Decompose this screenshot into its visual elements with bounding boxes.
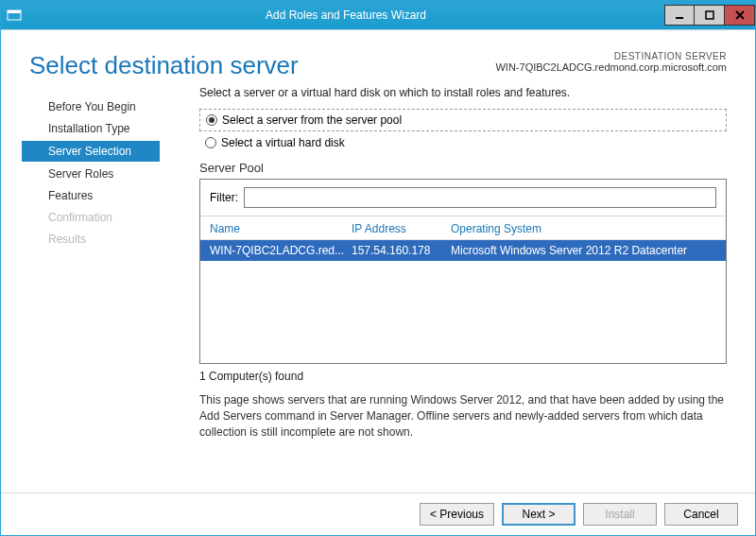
nav-features[interactable]: Features (39, 185, 190, 206)
page-title: Select destination server (29, 51, 495, 80)
install-button: Install (583, 503, 657, 526)
destination-server-label: DESTINATION SERVER (495, 51, 727, 61)
content-area: Select destination server DESTINATION SE… (1, 29, 755, 535)
server-pool-label: Server Pool (199, 161, 727, 175)
destination-server-block: DESTINATION SERVER WIN-7QIBC2LADCG.redmo… (495, 51, 727, 80)
note-text: This page shows servers that are running… (199, 392, 727, 440)
filter-label: Filter: (210, 191, 238, 204)
nav-results: Results (39, 229, 190, 250)
window-controls (664, 5, 755, 26)
table-row[interactable]: WIN-7QIBC2LADCG.red... 157.54.160.178 Mi… (200, 240, 726, 261)
col-header-ip[interactable]: IP Address (352, 222, 451, 235)
maximize-button[interactable] (695, 5, 725, 26)
radio-server-pool-label: Select a server from the server pool (222, 113, 402, 127)
server-pool-box: Filter: Name IP Address Operating System… (199, 179, 727, 364)
system-menu-icon[interactable] (1, 1, 27, 29)
filter-row: Filter: (200, 180, 726, 216)
footer-buttons: < Previous Next > Install Cancel (1, 493, 755, 535)
radio-server-pool[interactable] (206, 114, 217, 126)
col-header-name[interactable]: Name (210, 222, 352, 235)
col-header-os[interactable]: Operating System (451, 222, 716, 235)
previous-button[interactable]: < Previous (420, 503, 494, 526)
radio-vhd-label: Select a virtual hard disk (221, 136, 345, 149)
table-body: WIN-7QIBC2LADCG.red... 157.54.160.178 Mi… (200, 240, 726, 363)
svg-rect-3 (706, 11, 713, 19)
intro-text: Select a server or a virtual hard disk o… (199, 86, 727, 109)
nav-server-roles[interactable]: Server Roles (39, 164, 190, 184)
titlebar[interactable]: Add Roles and Features Wizard (1, 1, 755, 29)
cell-ip: 157.54.160.178 (352, 244, 451, 257)
filter-input[interactable] (244, 187, 716, 208)
cell-name: WIN-7QIBC2LADCG.red... (210, 244, 352, 257)
cancel-button[interactable]: Cancel (664, 503, 738, 526)
radio-vhd-group[interactable]: Select a virtual hard disk (199, 134, 727, 151)
close-button[interactable] (725, 5, 755, 26)
header-row: Select destination server DESTINATION SE… (1, 30, 755, 86)
svg-rect-1 (8, 10, 21, 13)
minimize-button[interactable] (664, 5, 695, 26)
nav-confirmation: Confirmation (39, 207, 190, 228)
nav-installation-type[interactable]: Installation Type (39, 118, 190, 139)
window-title: Add Roles and Features Wizard (27, 9, 664, 22)
body-row: Before You Begin Installation Type Serve… (1, 86, 755, 493)
main-panel: Select a server or a virtual hard disk o… (190, 86, 755, 493)
radio-vhd[interactable] (205, 137, 216, 148)
wizard-nav: Before You Begin Installation Type Serve… (1, 86, 190, 493)
cell-os: Microsoft Windows Server 2012 R2 Datacen… (451, 244, 716, 257)
radio-server-pool-group[interactable]: Select a server from the server pool (199, 109, 727, 131)
table-header: Name IP Address Operating System (200, 216, 726, 240)
computers-found-text: 1 Computer(s) found (199, 370, 727, 383)
wizard-window: Add Roles and Features Wizard Select des… (0, 0, 756, 536)
nav-server-selection[interactable]: Server Selection (22, 141, 160, 162)
nav-before-you-begin[interactable]: Before You Begin (39, 96, 190, 117)
destination-server-value: WIN-7QIBC2LADCG.redmond.corp.microsoft.c… (495, 61, 727, 73)
next-button[interactable]: Next > (502, 503, 576, 526)
